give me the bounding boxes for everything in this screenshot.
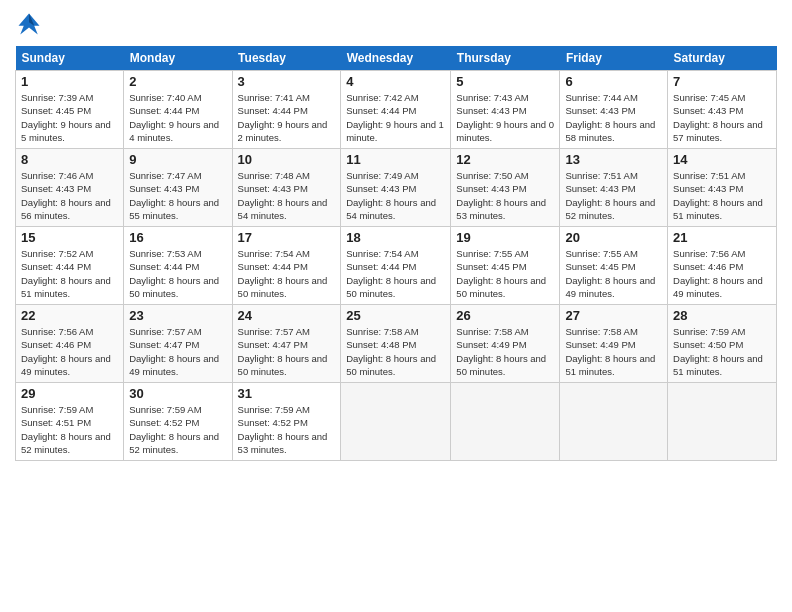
day-info: Sunrise: 7:49 AMSunset: 4:43 PMDaylight:… [346,169,445,222]
header-row: SundayMondayTuesdayWednesdayThursdayFrid… [16,46,777,71]
calendar-cell [560,383,668,461]
day-info: Sunrise: 7:57 AMSunset: 4:47 PMDaylight:… [129,325,226,378]
day-number: 28 [673,308,771,323]
calendar-cell: 13Sunrise: 7:51 AMSunset: 4:43 PMDayligh… [560,149,668,227]
logo-icon [15,10,43,38]
calendar-cell: 18Sunrise: 7:54 AMSunset: 4:44 PMDayligh… [341,227,451,305]
day-info: Sunrise: 7:56 AMSunset: 4:46 PMDaylight:… [673,247,771,300]
day-info: Sunrise: 7:39 AMSunset: 4:45 PMDaylight:… [21,91,118,144]
day-info: Sunrise: 7:58 AMSunset: 4:48 PMDaylight:… [346,325,445,378]
week-row-2: 8Sunrise: 7:46 AMSunset: 4:43 PMDaylight… [16,149,777,227]
day-number: 30 [129,386,226,401]
day-info: Sunrise: 7:56 AMSunset: 4:46 PMDaylight:… [21,325,118,378]
calendar-cell: 9Sunrise: 7:47 AMSunset: 4:43 PMDaylight… [124,149,232,227]
calendar-cell: 26Sunrise: 7:58 AMSunset: 4:49 PMDayligh… [451,305,560,383]
calendar-cell: 16Sunrise: 7:53 AMSunset: 4:44 PMDayligh… [124,227,232,305]
day-number: 3 [238,74,336,89]
page-header [15,10,777,38]
week-row-3: 15Sunrise: 7:52 AMSunset: 4:44 PMDayligh… [16,227,777,305]
day-number: 20 [565,230,662,245]
calendar-cell: 30Sunrise: 7:59 AMSunset: 4:52 PMDayligh… [124,383,232,461]
day-info: Sunrise: 7:59 AMSunset: 4:51 PMDaylight:… [21,403,118,456]
day-info: Sunrise: 7:51 AMSunset: 4:43 PMDaylight:… [673,169,771,222]
day-number: 9 [129,152,226,167]
calendar-cell: 4Sunrise: 7:42 AMSunset: 4:44 PMDaylight… [341,71,451,149]
day-number: 25 [346,308,445,323]
day-info: Sunrise: 7:54 AMSunset: 4:44 PMDaylight:… [346,247,445,300]
col-header-thursday: Thursday [451,46,560,71]
day-info: Sunrise: 7:54 AMSunset: 4:44 PMDaylight:… [238,247,336,300]
week-row-1: 1Sunrise: 7:39 AMSunset: 4:45 PMDaylight… [16,71,777,149]
day-number: 10 [238,152,336,167]
calendar-cell [668,383,777,461]
day-number: 29 [21,386,118,401]
calendar-cell: 10Sunrise: 7:48 AMSunset: 4:43 PMDayligh… [232,149,341,227]
logo [15,10,47,38]
day-number: 15 [21,230,118,245]
calendar-cell: 28Sunrise: 7:59 AMSunset: 4:50 PMDayligh… [668,305,777,383]
col-header-tuesday: Tuesday [232,46,341,71]
calendar-cell: 24Sunrise: 7:57 AMSunset: 4:47 PMDayligh… [232,305,341,383]
day-info: Sunrise: 7:59 AMSunset: 4:52 PMDaylight:… [238,403,336,456]
col-header-monday: Monday [124,46,232,71]
day-number: 5 [456,74,554,89]
calendar-cell: 17Sunrise: 7:54 AMSunset: 4:44 PMDayligh… [232,227,341,305]
calendar-cell: 29Sunrise: 7:59 AMSunset: 4:51 PMDayligh… [16,383,124,461]
calendar-cell: 22Sunrise: 7:56 AMSunset: 4:46 PMDayligh… [16,305,124,383]
day-info: Sunrise: 7:55 AMSunset: 4:45 PMDaylight:… [565,247,662,300]
calendar-table: SundayMondayTuesdayWednesdayThursdayFrid… [15,46,777,461]
day-number: 11 [346,152,445,167]
calendar-cell: 11Sunrise: 7:49 AMSunset: 4:43 PMDayligh… [341,149,451,227]
calendar-cell: 6Sunrise: 7:44 AMSunset: 4:43 PMDaylight… [560,71,668,149]
calendar-cell [451,383,560,461]
day-number: 6 [565,74,662,89]
day-info: Sunrise: 7:58 AMSunset: 4:49 PMDaylight:… [456,325,554,378]
day-number: 17 [238,230,336,245]
day-info: Sunrise: 7:52 AMSunset: 4:44 PMDaylight:… [21,247,118,300]
day-number: 14 [673,152,771,167]
day-number: 26 [456,308,554,323]
day-info: Sunrise: 7:50 AMSunset: 4:43 PMDaylight:… [456,169,554,222]
day-info: Sunrise: 7:41 AMSunset: 4:44 PMDaylight:… [238,91,336,144]
calendar-cell: 5Sunrise: 7:43 AMSunset: 4:43 PMDaylight… [451,71,560,149]
page-container: SundayMondayTuesdayWednesdayThursdayFrid… [0,0,792,471]
day-info: Sunrise: 7:59 AMSunset: 4:52 PMDaylight:… [129,403,226,456]
calendar-cell: 2Sunrise: 7:40 AMSunset: 4:44 PMDaylight… [124,71,232,149]
day-number: 23 [129,308,226,323]
day-info: Sunrise: 7:55 AMSunset: 4:45 PMDaylight:… [456,247,554,300]
day-info: Sunrise: 7:48 AMSunset: 4:43 PMDaylight:… [238,169,336,222]
day-number: 4 [346,74,445,89]
day-info: Sunrise: 7:45 AMSunset: 4:43 PMDaylight:… [673,91,771,144]
calendar-cell: 8Sunrise: 7:46 AMSunset: 4:43 PMDaylight… [16,149,124,227]
day-info: Sunrise: 7:58 AMSunset: 4:49 PMDaylight:… [565,325,662,378]
day-info: Sunrise: 7:47 AMSunset: 4:43 PMDaylight:… [129,169,226,222]
col-header-friday: Friday [560,46,668,71]
calendar-cell: 12Sunrise: 7:50 AMSunset: 4:43 PMDayligh… [451,149,560,227]
day-info: Sunrise: 7:46 AMSunset: 4:43 PMDaylight:… [21,169,118,222]
calendar-cell: 20Sunrise: 7:55 AMSunset: 4:45 PMDayligh… [560,227,668,305]
calendar-cell: 27Sunrise: 7:58 AMSunset: 4:49 PMDayligh… [560,305,668,383]
day-number: 12 [456,152,554,167]
day-number: 31 [238,386,336,401]
day-number: 1 [21,74,118,89]
day-number: 21 [673,230,771,245]
day-info: Sunrise: 7:59 AMSunset: 4:50 PMDaylight:… [673,325,771,378]
day-number: 7 [673,74,771,89]
col-header-sunday: Sunday [16,46,124,71]
day-info: Sunrise: 7:57 AMSunset: 4:47 PMDaylight:… [238,325,336,378]
week-row-4: 22Sunrise: 7:56 AMSunset: 4:46 PMDayligh… [16,305,777,383]
day-number: 18 [346,230,445,245]
day-number: 27 [565,308,662,323]
day-info: Sunrise: 7:42 AMSunset: 4:44 PMDaylight:… [346,91,445,144]
calendar-cell: 25Sunrise: 7:58 AMSunset: 4:48 PMDayligh… [341,305,451,383]
calendar-cell: 31Sunrise: 7:59 AMSunset: 4:52 PMDayligh… [232,383,341,461]
calendar-cell: 15Sunrise: 7:52 AMSunset: 4:44 PMDayligh… [16,227,124,305]
day-info: Sunrise: 7:40 AMSunset: 4:44 PMDaylight:… [129,91,226,144]
col-header-saturday: Saturday [668,46,777,71]
calendar-cell [341,383,451,461]
calendar-cell: 7Sunrise: 7:45 AMSunset: 4:43 PMDaylight… [668,71,777,149]
day-info: Sunrise: 7:44 AMSunset: 4:43 PMDaylight:… [565,91,662,144]
day-number: 19 [456,230,554,245]
day-info: Sunrise: 7:51 AMSunset: 4:43 PMDaylight:… [565,169,662,222]
day-number: 24 [238,308,336,323]
